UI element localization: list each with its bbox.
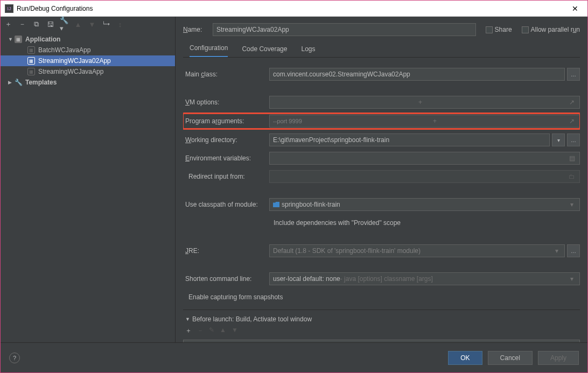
before-launch-section: ▼ Before launch: Build, Activate tool wi… [183,309,580,342]
before-launch-build-task[interactable]: 🔨 Build [183,340,580,342]
tab-coverage[interactable]: Code Coverage [242,45,287,57]
name-label: Name: [183,26,213,33]
application-group-icon: ▦ [15,36,22,43]
node-label: StreamingWCJavaApp [38,68,103,75]
browse-button[interactable]: … [567,133,580,146]
module-icon [273,202,279,207]
program-arguments-input[interactable]: --port 9999 + ↗ [269,115,580,128]
checkbox-icon [522,26,529,33]
expand-icon[interactable]: ↗ [568,98,576,106]
copy-icon[interactable]: ⧉ [32,20,40,29]
env-vars-input[interactable]: ▤ [269,152,580,165]
remove-icon[interactable]: － [18,20,26,29]
vm-options-input[interactable]: + ↗ [269,96,580,109]
name-row: Name: Share Allow parallel run [183,22,580,37]
window-title: Run/Debug Configurations [17,5,567,12]
tab-configuration[interactable]: Configuration [190,44,228,57]
folder-icon[interactable]: ⮡ [102,20,110,29]
templates-icon: 🔧 [15,79,22,86]
ok-button[interactable]: OK [448,351,482,365]
share-checkbox[interactable]: Share [486,26,512,33]
node-label: BatchWCJavaApp [38,46,90,54]
field-value: --port 9999 [273,118,302,124]
config-toolbar: ＋ － ⧉ 🖫 🔧▾ ▲ ▼ ⮡ ↕ [1,17,175,32]
env-vars-label: Environment variables: [183,154,269,162]
classpath-module-label: Use classpath of module: [183,201,269,208]
apply-button[interactable]: Apply [538,351,579,365]
down-icon[interactable]: ▼ [232,326,238,335]
chevron-down-icon: ▾ [552,247,561,255]
enable-snapshots-label: Enable capturing form snapshots [188,293,283,301]
help-button[interactable]: ? [9,353,20,363]
edit-icon[interactable]: ✎ [209,326,214,335]
main-class-input[interactable]: com.vincent.course02.StreamingWCJava02Ap… [269,68,565,81]
classpath-module-select[interactable]: springboot-flink-train ▾ [269,198,580,211]
sidebar: ＋ － ⧉ 🖫 🔧▾ ▲ ▼ ⮡ ↕ ▼ ▦ Application ▦ Bat… [1,17,176,342]
cancel-button[interactable]: Cancel [488,351,533,365]
collapse-arrow-icon[interactable]: ▶ [8,80,13,85]
redirect-input-row: Redirect input from: 🗀 [183,170,580,184]
working-directory-input[interactable]: E:\git\mavenProject\springboot-flink-tra… [269,133,550,146]
node-label: StreamingWCJava02App [38,57,111,65]
node-label: Application [25,36,60,43]
vm-options-label: VM options: [183,98,269,106]
tree-item-streaming[interactable]: ▦ StreamingWCJavaApp [1,66,175,77]
tree-node-templates[interactable]: ▶ 🔧 Templates [1,77,175,88]
shorten-command-select[interactable]: user-local default: none - java [options… [269,272,580,285]
before-launch-title: Before launch: Build, Activate tool wind… [192,315,312,323]
redirect-input-checkbox[interactable]: Redirect input from: [183,173,269,180]
sort-icon[interactable]: ↕ [116,20,124,29]
working-directory-label: Working directory: [183,136,269,144]
list-icon[interactable]: ▤ [568,154,576,162]
remove-icon[interactable]: － [197,326,204,335]
tab-logs[interactable]: Logs [301,45,315,57]
jre-select[interactable]: Default (1.8 - SDK of 'springboot-flink-… [269,244,565,257]
program-arguments-label: Program arguments: [183,117,269,125]
expand-arrow-icon[interactable]: ▼ [8,37,13,42]
shorten-command-label: Shorten command line: [183,275,269,283]
share-label: Share [495,26,512,33]
node-label: Templates [25,79,57,86]
before-launch-toolbar: ＋ － ✎ ▲ ▼ [183,323,580,339]
wrench-icon[interactable]: 🔧▾ [60,20,68,29]
tree-item-streaming02[interactable]: ▦ StreamingWCJava02App [1,55,175,66]
app-logo-icon: IJ [5,4,13,13]
up-icon[interactable]: ▲ [220,326,226,335]
include-provided-label: Include dependencies with "Provided" sco… [274,219,401,227]
dropdown-button[interactable]: ▾ [552,133,565,146]
up-icon[interactable]: ▲ [74,20,82,29]
config-tree: ▼ ▦ Application ▦ BatchWCJavaApp ▦ Strea… [1,32,175,342]
plus-icon[interactable]: + [416,98,425,106]
browse-button[interactable]: … [567,244,580,257]
details-panel: Name: Share Allow parallel run Configura… [176,17,587,342]
down-icon[interactable]: ▼ [88,20,96,29]
program-arguments-row: Program arguments: --port 9999 + ↗ [183,114,580,129]
add-icon[interactable]: ＋ [4,20,12,29]
jre-label: JRE: [183,247,269,255]
tree-node-application[interactable]: ▼ ▦ Application [1,34,175,45]
java-app-icon: ▦ [27,57,35,65]
expand-arrow-icon: ▼ [185,316,190,322]
shorten-command-row: Shorten command line: user-local default… [183,272,580,286]
save-icon[interactable]: 🖫 [46,20,54,29]
working-directory-row: Working directory: E:\git\mavenProject\s… [183,133,580,147]
parallel-run-checkbox[interactable]: Allow parallel run [522,26,580,33]
add-icon[interactable]: ＋ [185,326,192,335]
plus-icon[interactable]: + [430,117,439,125]
expand-icon[interactable]: ↗ [568,117,576,125]
include-provided-checkbox[interactable]: Include dependencies with "Provided" sco… [269,219,580,227]
jre-row: JRE: Default (1.8 - SDK of 'springboot-f… [183,244,580,258]
field-value: user-local default: none [273,275,340,283]
name-input[interactable] [213,23,476,36]
main-class-label: Main class: [183,71,269,78]
tree-item-batch[interactable]: ▦ BatchWCJavaApp [1,45,175,55]
chevron-down-icon: ▾ [568,275,576,283]
window-close-button[interactable]: ✕ [567,4,583,13]
before-launch-header[interactable]: ▼ Before launch: Build, Activate tool wi… [183,315,580,323]
config-form: Main class: com.vincent.course02.Streami… [183,58,580,342]
browse-button[interactable]: … [567,68,580,81]
redirect-label: Redirect input from: [188,173,245,180]
main-class-row: Main class: com.vincent.course02.Streami… [183,67,580,81]
enable-snapshots-checkbox[interactable]: Enable capturing form snapshots [183,290,580,304]
env-vars-row: Environment variables: ▤ [183,151,580,165]
